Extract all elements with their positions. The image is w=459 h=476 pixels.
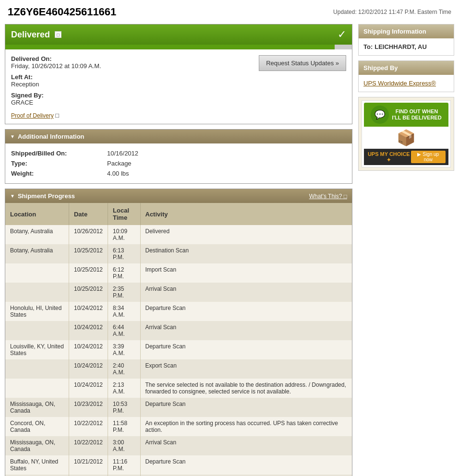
table-cell: 10/24/2012 (69, 340, 108, 359)
shipped-billed-row: Shipped/Billed On: 10/16/2012 (11, 148, 346, 158)
info-icon[interactable]: □ (55, 31, 61, 38)
table-cell: 10/25/2012 (69, 244, 108, 263)
delivered-body: Delivered On: Friday, 10/26/2012 at 10:0… (5, 49, 352, 112)
table-cell: 8:34 A.M. (108, 302, 140, 321)
collapse-arrow-icon: ▼ (10, 134, 15, 139)
delivered-box: Delivered □ ✓ Delivered On: Friday, 10/2… (5, 24, 352, 124)
table-row: 10/24/20122:40 A.M.Export Scan (5, 359, 352, 379)
shipped-by-title: Shipped By (363, 64, 398, 71)
type-row: Type: Package (11, 158, 346, 168)
table-cell: 10/23/2012 (69, 398, 108, 417)
shipped-by-box: Shipped By UPS Worldwide Express® (358, 60, 454, 92)
table-cell: 2:40 A.M. (108, 359, 140, 379)
table-cell (5, 379, 69, 398)
table-cell: 10/25/2012 (69, 263, 108, 283)
weight-row: Weight: 4.00 lbs (11, 168, 346, 178)
table-cell: 3:39 A.M. (108, 340, 140, 359)
delivered-title: Delivered (11, 30, 50, 40)
request-status-button[interactable]: Request Status Updates » (259, 55, 346, 71)
table-cell: Departure Scan (140, 455, 352, 475)
banner-bottom: UPS MY CHOICE ✦ ▶ Sign up now (364, 149, 448, 165)
shipping-info-title: Shipping Information (363, 28, 426, 35)
table-cell: 10/25/2012 (69, 283, 108, 302)
shipped-billed-value: 10/16/2012 (107, 150, 346, 157)
table-cell: 11:58 P.M. (108, 417, 140, 436)
main-layout: Delivered □ ✓ Delivered On: Friday, 10/2… (0, 24, 459, 476)
delivered-on-value: Friday, 10/26/2012 at 10:09 A.M. (11, 62, 249, 70)
shipment-progress-title: Shipment Progress (18, 192, 75, 200)
shipped-by-header: Shipped By (359, 61, 454, 75)
delivered-header: Delivered □ ✓ (5, 24, 352, 45)
table-cell: An exception in the sorting process has … (140, 417, 352, 436)
col-activity: Activity (140, 203, 352, 225)
shipment-progress-box: ▼ Shipment Progress What's This? □ Locat… (5, 189, 352, 476)
left-at-value: Reception (11, 81, 249, 88)
table-cell: The service selected is not available to… (140, 379, 352, 398)
banner-top: 💬 FIND OUT WHENI'LL BE DELIVERED (364, 103, 448, 127)
sign-up-button[interactable]: ▶ Sign up now (411, 151, 446, 163)
table-row: Botany, Australia10/26/201210:09 A.M.Del… (5, 225, 352, 244)
to-row: To: LEICHHARDT, AU (363, 43, 449, 50)
table-cell: 10/24/2012 (69, 359, 108, 379)
table-cell: 6:13 P.M. (108, 244, 140, 263)
shipment-progress-header[interactable]: ▼ Shipment Progress What's This? □ (5, 189, 352, 203)
table-cell: 3:00 A.M. (108, 436, 140, 455)
table-cell: Arrival Scan (140, 283, 352, 302)
package-icon: 📦 (364, 127, 448, 149)
signed-by-value: GRACE (11, 99, 249, 106)
table-row: 10/24/20126:44 A.M.Arrival Scan (5, 321, 352, 340)
weight-value: 4.00 lbs (107, 170, 346, 177)
table-cell: 6:12 P.M. (108, 263, 140, 283)
additional-info-header[interactable]: ▼ Additional Information (5, 130, 352, 143)
ups-choice-banner: 💬 FIND OUT WHENI'LL BE DELIVERED 📦 UPS M… (358, 97, 454, 171)
table-cell: Louisville, KY, United States (5, 340, 69, 359)
table-cell: Destination Scan (140, 244, 352, 263)
right-panel: Shipping Information To: LEICHHARDT, AU … (358, 24, 454, 476)
left-at-label: Left At: (11, 73, 249, 81)
table-row: Mississauga, ON, Canada10/23/201210:53 P… (5, 398, 352, 417)
table-cell: 10/21/2012 (69, 455, 108, 475)
shipping-info-header: Shipping Information (359, 24, 454, 38)
col-location: Location (5, 203, 69, 225)
delivered-on-label: Delivered On: (11, 55, 249, 62)
table-cell: Mississauga, ON, Canada (5, 398, 69, 417)
shipping-info-box: Shipping Information To: LEICHHARDT, AU (358, 24, 454, 56)
table-cell: Botany, Australia (5, 244, 69, 263)
delivered-info: Delivered On: Friday, 10/26/2012 at 10:0… (11, 55, 249, 106)
find-out-text: FIND OUT WHENI'LL BE DELIVERED (392, 108, 441, 121)
table-cell: Mississauga, ON, Canada (5, 436, 69, 455)
table-cell: Concord, ON, Canada (5, 417, 69, 436)
table-cell (5, 321, 69, 340)
whats-this-link[interactable]: What's This? □ (309, 193, 347, 200)
table-cell: Export Scan (140, 359, 352, 379)
left-panel: Delivered □ ✓ Delivered On: Friday, 10/2… (5, 24, 352, 476)
table-row: Botany, Australia10/25/20126:13 P.M.Dest… (5, 244, 352, 263)
type-value: Package (107, 160, 346, 167)
table-row: Concord, ON, Canada10/22/201211:58 P.M.A… (5, 417, 352, 436)
additional-info-body: Shipped/Billed On: 10/16/2012 Type: Pack… (5, 143, 352, 183)
page-header: 1Z6Y6E460425611661 Updated: 12/02/2012 1… (0, 0, 459, 24)
ups-choice-inner: 💬 FIND OUT WHENI'LL BE DELIVERED 📦 UPS M… (362, 100, 451, 167)
table-cell: Departure Scan (140, 302, 352, 321)
table-row: Louisville, KY, United States10/24/20123… (5, 340, 352, 359)
additional-info-box: ▼ Additional Information Shipped/Billed … (5, 129, 352, 184)
table-cell: Botany, Australia (5, 225, 69, 244)
table-row: 10/25/20122:35 P.M.Arrival Scan (5, 283, 352, 302)
table-cell: 10:53 P.M. (108, 398, 140, 417)
table-cell (5, 359, 69, 379)
carrier-link[interactable]: UPS Worldwide Express® (363, 80, 436, 87)
proof-of-delivery-link[interactable]: Proof of Delivery □ (5, 112, 352, 124)
type-label: Type: (11, 160, 107, 167)
progress-bar-container (5, 45, 352, 49)
table-row: 10/25/20126:12 P.M.Import Scan (5, 263, 352, 283)
updated-text: Updated: 12/02/2012 11:47 P.M. Eastern T… (333, 9, 451, 15)
table-cell: Import Scan (140, 263, 352, 283)
shipment-progress-table: Location Date Local Time Activity Botany… (5, 203, 352, 476)
table-row: Buffalo, NY, United States10/21/201211:1… (5, 455, 352, 475)
table-cell: 10/22/2012 (69, 417, 108, 436)
shipped-billed-label: Shipped/Billed On: (11, 150, 107, 157)
table-cell: Honolulu, HI, United States (5, 302, 69, 321)
table-cell: Arrival Scan (140, 321, 352, 340)
to-value: LEICHHARDT, AU (374, 43, 427, 50)
additional-info-title: Additional Information (18, 133, 85, 140)
